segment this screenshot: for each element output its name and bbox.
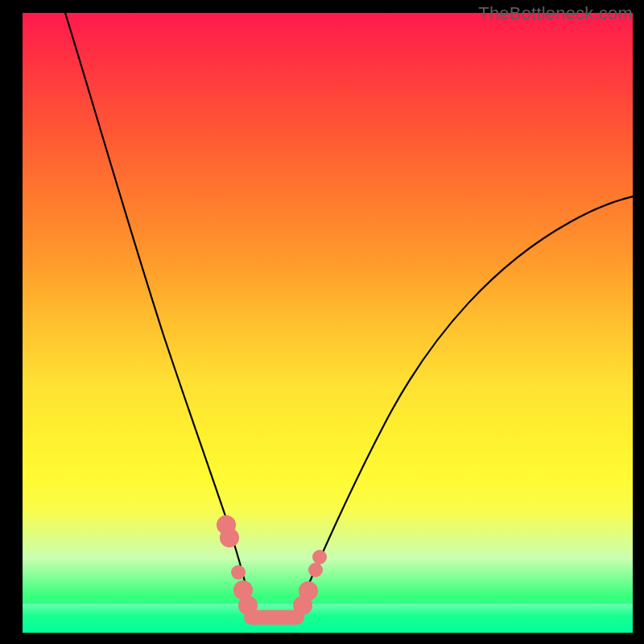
marker-right-3 — [308, 563, 323, 577]
marker-left-5 — [238, 596, 258, 615]
outer-black-frame: TheBottleneck.com — [0, 0, 644, 644]
marker-left-2 — [220, 528, 239, 547]
marker-left-3 — [231, 565, 246, 580]
plot-area — [23, 13, 633, 633]
attribution-text: TheBottleneck.com — [478, 3, 633, 24]
right-curve — [296, 196, 633, 613]
marker-right-2 — [299, 581, 318, 601]
curves-svg — [23, 13, 633, 633]
marker-right-4 — [312, 550, 327, 564]
